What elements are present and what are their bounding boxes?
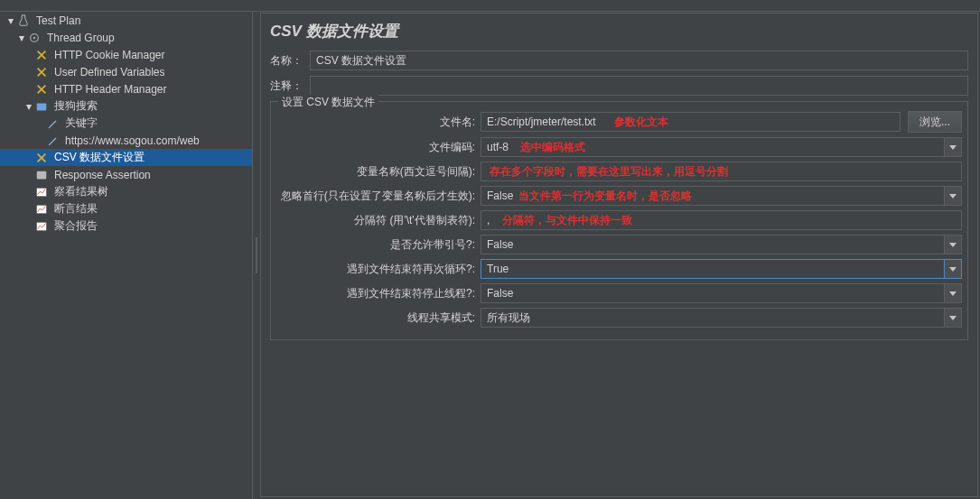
collapse-icon[interactable]: ▾ [23, 100, 34, 113]
tree-node-sogouurl[interactable]: https://www.sogou.com/web [0, 132, 252, 149]
ignorefirst-label: 忽略首行(只在设置了变量名称后才生效): [276, 189, 481, 204]
allowquoted-combo[interactable]: False [481, 235, 962, 254]
tree-node-aggreport[interactable]: 聚合报告 [0, 217, 252, 235]
tree-label: CSV 数据文件设置 [52, 149, 146, 166]
dropdown-button[interactable] [944, 308, 962, 328]
tree-panel: ▾ Test Plan ▾ Thread Group HTTP Cookie M… [0, 12, 253, 499]
recycle-value: True [481, 259, 944, 279]
ignorefirst-combo[interactable]: False [481, 186, 962, 206]
recycle-combo[interactable]: True [481, 259, 962, 279]
dropdown-button[interactable] [944, 137, 962, 157]
recycle-label: 遇到文件结束符再次循环?: [276, 262, 481, 277]
controller-icon [34, 99, 49, 114]
tree-node-assertresult[interactable]: 断言结果 [0, 200, 252, 217]
config-icon [34, 48, 49, 62]
browse-button[interactable]: 浏览... [908, 111, 962, 133]
config-icon [34, 65, 49, 79]
tree-node-uservars[interactable]: User Defined Variables [0, 63, 252, 80]
sampler-icon [45, 116, 60, 131]
config-icon [34, 82, 49, 97]
allowquoted-value: False [481, 235, 944, 254]
comment-input[interactable] [310, 76, 968, 96]
varnames-label: 变量名称(西文逗号间隔): [276, 164, 481, 180]
svg-point-1 [33, 36, 36, 39]
row-recycle: 遇到文件结束符再次循环?: True [276, 259, 962, 279]
filename-input[interactable] [481, 112, 901, 132]
tree-node-keyword[interactable]: 关键字 [0, 115, 252, 132]
chevron-down-icon [949, 267, 957, 272]
row-encoding: 文件编码: utf-8 选中编码格式 [276, 137, 962, 157]
tree-node-headermgr[interactable]: HTTP Header Manager [0, 80, 252, 97]
listener-icon [34, 202, 49, 217]
encoding-combo[interactable]: utf-8 [481, 137, 962, 157]
chevron-down-icon [949, 194, 957, 199]
tree-node-csvconfig[interactable]: CSV 数据文件设置 [0, 149, 252, 166]
dropdown-button[interactable] [944, 235, 962, 254]
tree-label: HTTP Header Manager [52, 82, 169, 97]
group-legend: 设置 CSV 数据文件 [278, 95, 378, 110]
collapse-icon[interactable]: ▾ [16, 32, 27, 44]
row-delimiter: 分隔符 (用'\t'代替制表符): 分隔符，与文件中保持一致 [276, 210, 962, 230]
workspace: ▾ Test Plan ▾ Thread Group HTTP Cookie M… [0, 12, 980, 499]
tree-label: 察看结果树 [52, 183, 110, 200]
svg-rect-3 [37, 171, 47, 179]
splitter[interactable] [253, 12, 260, 499]
stopeof-combo[interactable]: False [481, 283, 962, 303]
tree-node-sogou[interactable]: ▾ 搜狗搜索 [0, 97, 252, 115]
dropdown-button[interactable] [944, 283, 962, 303]
chevron-down-icon [949, 243, 957, 247]
tree-node-viewtree[interactable]: 察看结果树 [0, 183, 252, 200]
threadgroup-icon [27, 31, 42, 45]
tree-node-threadgroup[interactable]: ▾ Thread Group [0, 29, 252, 46]
toolbar-area [0, 0, 980, 12]
config-icon [34, 151, 49, 165]
chevron-down-icon [949, 291, 957, 296]
listener-icon [34, 219, 49, 234]
tree-node-testplan[interactable]: ▾ Test Plan [0, 12, 252, 29]
row-sharemode: 线程共享模式: 所有现场 [276, 308, 962, 328]
chevron-down-icon [949, 316, 957, 320]
dropdown-button[interactable] [944, 259, 962, 279]
sharemode-value: 所有现场 [481, 308, 944, 328]
delimiter-input[interactable] [481, 210, 962, 230]
collapse-icon[interactable]: ▾ [5, 14, 16, 27]
tree-label: 断言结果 [52, 200, 99, 217]
row-stopeof: 遇到文件结束符停止线程?: False [276, 283, 962, 303]
filename-label: 文件名: [276, 115, 481, 130]
tree-label: 聚合报告 [52, 217, 99, 235]
tree-label: Thread Group [45, 31, 117, 45]
tree-label: HTTP Cookie Manager [52, 48, 167, 62]
csv-settings-group: 设置 CSV 数据文件 文件名: 参数化文本 浏览... 文件编码: utf-8 [270, 101, 968, 340]
tree-label: https://www.sogou.com/web [63, 134, 201, 148]
tree-node-cookie[interactable]: HTTP Cookie Manager [0, 46, 252, 63]
tree-label: 关键字 [63, 115, 99, 132]
testplan-icon [16, 14, 31, 28]
content-panel: CSV 数据文件设置 名称： 注释： 设置 CSV 数据文件 文件名: 参数化文… [260, 13, 978, 497]
stopeof-value: False [481, 283, 944, 303]
sampler-icon [45, 134, 60, 148]
tree-label: User Defined Variables [52, 65, 167, 79]
sharemode-label: 线程共享模式: [276, 310, 481, 326]
encoding-value: utf-8 [481, 137, 944, 157]
tree-label: 搜狗搜索 [52, 97, 99, 115]
row-name: 名称： [270, 51, 968, 70]
chevron-down-icon [949, 145, 957, 150]
encoding-label: 文件编码: [276, 140, 481, 155]
row-varnames: 变量名称(西文逗号间隔): 存在多个字段时，需要在这里写出来，用逗号分割 [276, 162, 962, 181]
name-label: 名称： [270, 53, 310, 69]
tree-label: Test Plan [34, 14, 82, 28]
varnames-input[interactable] [481, 162, 962, 181]
tree-node-respassert[interactable]: Response Assertion [0, 166, 252, 183]
stopeof-label: 遇到文件结束符停止线程?: [276, 286, 481, 301]
comment-label: 注释： [270, 79, 310, 94]
name-input[interactable] [310, 51, 968, 70]
listener-icon [34, 185, 49, 199]
dropdown-button[interactable] [944, 186, 962, 206]
row-ignorefirst: 忽略首行(只在设置了变量名称后才生效): False 当文件第一行为变量名时，是… [276, 186, 962, 206]
tree-label: Response Assertion [52, 168, 153, 182]
row-comment: 注释： [270, 76, 968, 96]
page-title: CSV 数据文件设置 [270, 21, 968, 42]
svg-rect-2 [37, 103, 47, 110]
row-filename: 文件名: 参数化文本 浏览... [276, 111, 962, 133]
sharemode-combo[interactable]: 所有现场 [481, 308, 962, 328]
